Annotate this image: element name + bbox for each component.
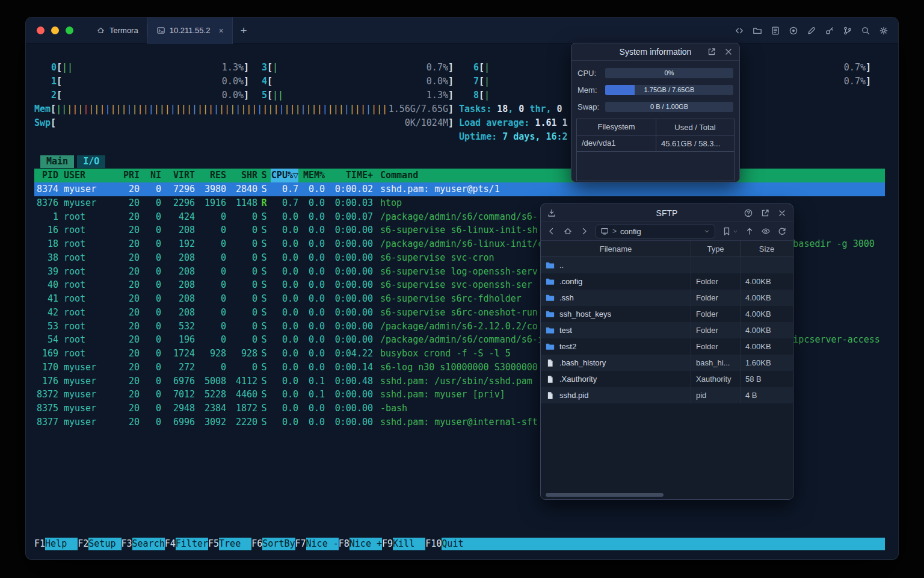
sftp-file-row[interactable]: .XauthorityXauthority58 B [541,371,793,387]
file-name: test [559,326,572,335]
sysinfo-meters: CPU:0%Mem:1.75GB / 7.65GBSwap:0 B / 1.00… [571,61,739,116]
code-icon[interactable] [735,26,744,36]
column-header-s[interactable]: S [257,169,271,182]
sftp-column-filename[interactable]: Filename [541,241,691,256]
caret-down-icon[interactable] [733,229,738,234]
sftp-file-row[interactable]: testFolder4.00KB [541,322,793,338]
back-icon[interactable] [547,226,556,236]
refresh-icon[interactable] [777,226,787,236]
open-in-window-icon[interactable] [707,47,716,57]
close-tab-icon[interactable]: × [218,26,223,36]
file-size: 4.00KB [741,273,793,290]
branch-icon[interactable] [843,26,852,36]
folder-icon [546,326,555,335]
filesystem-table: FilesystemUsed / Total /dev/vda145.61GB … [576,119,735,181]
folder-icon[interactable] [753,26,762,36]
filesystem-table-body: /dev/vda145.61GB / 58.3... [577,135,734,152]
breadcrumb-separator: > [612,227,617,235]
key-icon[interactable] [825,26,834,36]
column-header-virt[interactable]: VIRT [161,169,195,182]
column-header-time[interactable]: TIME+ [325,169,373,182]
fnbar-filler [475,538,885,550]
column-header-ni[interactable]: NI [140,169,161,182]
fn-f6-button[interactable]: SortBy [262,538,295,550]
file-icon [546,391,555,400]
fn-f7-button[interactable]: Nice - [306,538,339,550]
new-tab-button[interactable]: + [241,25,247,36]
search-icon[interactable] [861,26,870,36]
zoom-window-button[interactable] [66,26,73,34]
open-in-window-icon[interactable] [760,208,770,218]
cpu-meter-5: 5[||1.3%] [262,89,454,102]
column-header-shr[interactable]: SHR [226,169,257,182]
tab-host[interactable]: 10.211.55.2 × [147,17,233,44]
close-icon[interactable] [777,208,787,218]
chevron-down-icon[interactable] [703,228,710,235]
sftp-file-row[interactable]: .bash_historybash_hi...1.60KB [541,355,793,371]
file-name: sshd.pid [559,391,588,400]
sftp-file-row[interactable]: .configFolder4.00KB [541,273,793,290]
sysinfo-titlebar[interactable]: System information [571,43,739,61]
fn-key-f10: F10 [425,538,442,550]
file-name: .config [559,277,582,286]
filesystem-table-header: FilesystemUsed / Total [577,119,734,135]
sftp-file-row[interactable]: sshd.pidpid4 B [541,387,793,403]
path-breadcrumb[interactable]: > config [596,225,715,238]
pencil-icon[interactable] [807,26,816,36]
htop-stat-line: Load average: 1.61 1 [459,116,568,130]
settings-gear-icon[interactable] [879,26,889,36]
process-row[interactable]: 8374myuser200729639802840S0.70.00:00.02s… [34,182,885,196]
close-icon[interactable] [724,47,733,57]
file-type: Folder [691,322,741,338]
fn-f3-button[interactable]: Search [132,538,165,550]
column-header-cpu[interactable]: CPU%▽ [271,169,298,182]
show-hidden-eye-icon[interactable] [761,226,771,236]
cpu-meter-4: 4[0.0%] [262,75,454,89]
tab-host-label: 10.211.55.2 [170,26,211,35]
close-window-button[interactable] [37,26,45,34]
upload-icon[interactable] [745,226,754,236]
tab-io[interactable]: I/O [77,155,105,168]
download-icon[interactable] [547,208,556,218]
folder-icon [546,293,555,302]
horizontal-scrollbar[interactable] [546,493,664,497]
fn-f9-button[interactable]: Kill [393,538,425,550]
tab-main[interactable]: Main [40,155,74,168]
file-type: pid [691,387,741,403]
fn-key-f6: F6 [251,538,262,550]
fn-f5-button[interactable]: Tree [219,538,251,550]
sftp-file-row[interactable]: ssh_host_keysFolder4.00KB [541,306,793,322]
usage-bar: 1.75GB / 7.65GB [605,85,733,95]
fn-f1-button[interactable]: Help [45,538,78,550]
sftp-file-row[interactable]: .sshFolder4.00KB [541,290,793,306]
sftp-file-row[interactable]: test2Folder4.00KB [541,338,793,355]
sftp-column-type[interactable]: Type [691,241,741,256]
column-header-user[interactable]: USER [58,169,116,182]
fn-key-f9: F9 [382,538,393,550]
fn-f4-button[interactable]: Filter [176,538,208,550]
column-header-pri[interactable]: PRI [116,169,140,182]
column-header-pid[interactable]: PID [34,169,58,182]
column-header-mem[interactable]: MEM% [298,169,325,182]
fn-f10-button[interactable]: Quit [442,538,474,550]
forward-icon[interactable] [579,226,589,236]
minimize-window-button[interactable] [51,26,59,34]
record-icon[interactable] [789,26,798,36]
sftp-column-size[interactable]: Size [741,241,793,256]
fn-f2-button[interactable]: Setup [88,538,121,550]
file-size: 1.60KB [741,355,793,371]
notes-icon[interactable] [771,26,780,36]
fn-key-f2: F2 [78,538,88,550]
titlebar-toolbar [735,17,889,44]
tab-termora[interactable]: Termora [88,17,147,44]
window-titlebar[interactable]: Termora 10.211.55.2 × + [26,17,898,44]
home-icon[interactable] [563,226,573,236]
column-header-res[interactable]: RES [195,169,226,182]
cpu-meter-3: 3[|0.7%] [262,61,454,75]
help-icon[interactable] [744,208,753,218]
file-size [741,257,793,273]
bookmark-icon[interactable] [722,226,732,236]
sftp-file-row[interactable]: .. [541,257,793,273]
sftp-titlebar[interactable]: SFTP [541,204,793,222]
fn-f8-button[interactable]: Nice + [350,538,382,550]
